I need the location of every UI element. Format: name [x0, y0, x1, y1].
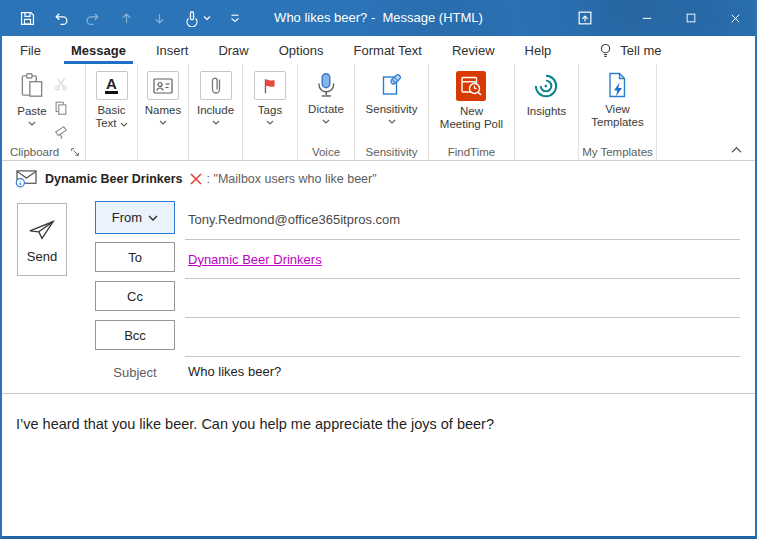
save-button[interactable]	[18, 9, 36, 27]
send-plane-icon	[26, 216, 58, 242]
new-meeting-poll-button[interactable]: New Meeting Poll	[440, 69, 503, 144]
tab-draw[interactable]: Draw	[203, 36, 263, 64]
insights-button[interactable]: Insights	[527, 69, 567, 144]
chevron-down-icon	[148, 215, 158, 221]
paperclip-icon	[200, 71, 232, 100]
clipboard-dialog-launcher-button[interactable]	[70, 147, 80, 157]
tags-button[interactable]: Tags	[254, 69, 286, 144]
window-controls	[563, 0, 757, 36]
minimize-icon	[640, 11, 654, 25]
from-address-field[interactable]: Tony.Redmond@office365itpros.com	[185, 200, 740, 240]
scissors-icon	[53, 76, 69, 92]
sensitivity-label-icon	[378, 71, 406, 99]
tab-message[interactable]: Message	[56, 36, 141, 64]
subject-field[interactable]: Who likes beer?	[188, 364, 740, 379]
subject-label: Subject	[95, 365, 175, 380]
arrow-up-icon	[119, 11, 134, 26]
arrow-down-icon	[152, 11, 167, 26]
chevron-down-icon	[388, 119, 396, 124]
template-document-icon	[604, 71, 630, 99]
bcc-recipients-field[interactable]	[185, 318, 740, 357]
close-button[interactable]	[713, 0, 757, 36]
view-templates-button[interactable]: View Templates	[591, 69, 643, 144]
dictate-button[interactable]: Dictate	[308, 69, 344, 144]
close-icon	[728, 11, 743, 26]
copy-button[interactable]	[52, 99, 70, 117]
include-button[interactable]: Include	[197, 69, 234, 144]
group-label-my-templates: My Templates	[579, 146, 656, 158]
to-button[interactable]: To	[95, 242, 175, 272]
chevron-down-icon	[159, 120, 167, 125]
ribbon-display-options-button[interactable]	[563, 0, 607, 36]
chevron-down-icon	[266, 120, 274, 125]
to-recipient-link[interactable]: Dynamic Beer Drinkers	[188, 252, 322, 267]
copy-icon	[53, 100, 69, 116]
paste-button[interactable]: Paste	[17, 69, 47, 144]
tell-me-search[interactable]: Tell me	[588, 36, 671, 64]
ribbon-group-insights: Insights	[515, 64, 579, 160]
message-body-editor[interactable]: I’ve heard that you like beer. Can you h…	[2, 393, 755, 536]
format-painter-icon	[53, 124, 69, 140]
ribbon-group-clipboard: Paste Clipboard	[2, 64, 86, 160]
format-painter-button[interactable]	[52, 123, 70, 141]
redo-button[interactable]	[84, 9, 102, 27]
group-label-voice: Voice	[298, 146, 354, 158]
remove-recipient-button[interactable]	[190, 173, 202, 185]
chevron-down-icon	[322, 119, 330, 124]
window-title: Who likes beer? - Message (HTML)	[274, 0, 483, 36]
to-recipients-field[interactable]: Dynamic Beer Drinkers	[185, 240, 740, 279]
ribbon-group-include: Include	[189, 64, 243, 160]
move-up-button[interactable]	[117, 9, 135, 27]
group-label-sensitivity: Sensitivity	[355, 146, 428, 158]
distribution-list-description: : "Mailbox users who like beer"	[207, 172, 377, 186]
undo-button[interactable]	[51, 9, 69, 27]
cc-recipients-field[interactable]	[185, 279, 740, 318]
ribbon-tab-bar: File Message Insert Draw Options Format …	[2, 36, 755, 64]
ribbon-group-sensitivity: Sensitivity Sensitivity	[355, 64, 429, 160]
contact-card-icon	[147, 71, 179, 100]
tab-file[interactable]: File	[2, 36, 56, 64]
move-down-button[interactable]	[150, 9, 168, 27]
ribbon-group-voice: Dictate Voice	[298, 64, 355, 160]
ribbon-group-names: Names	[138, 64, 189, 160]
minimize-button[interactable]	[625, 0, 669, 36]
tab-insert[interactable]: Insert	[141, 36, 204, 64]
from-button[interactable]: From	[95, 201, 175, 234]
cc-button[interactable]: Cc	[95, 281, 175, 311]
paste-clipboard-icon	[17, 71, 47, 101]
recipient-info-bar: Dynamic Beer Drinkers : "Mailbox users w…	[2, 162, 755, 195]
chevron-up-icon	[730, 145, 743, 154]
distribution-list-name: Dynamic Beer Drinkers	[45, 172, 183, 186]
message-header: Send From Tony.Redmond@office365itpros.c…	[2, 195, 755, 393]
meeting-poll-calendar-icon	[456, 71, 486, 101]
ribbon-tail-spacer	[657, 64, 755, 160]
message-body-text: I’ve heard that you like beer. Can you h…	[16, 414, 741, 434]
cut-button[interactable]	[52, 75, 70, 93]
touch-mouse-mode-button[interactable]	[183, 9, 211, 27]
names-button[interactable]: Names	[145, 69, 181, 144]
ribbon-group-basic-text: A Basic Text	[86, 64, 138, 160]
redo-icon	[85, 10, 102, 27]
chevron-down-icon	[203, 15, 211, 21]
collapse-ribbon-button[interactable]	[730, 145, 743, 154]
ribbon-group-my-templates: View Templates My Templates	[579, 64, 657, 160]
customize-quick-access-button[interactable]	[226, 9, 244, 27]
quick-access-toolbar	[0, 9, 244, 27]
chevron-down-icon	[28, 121, 36, 126]
ribbon: Paste Clipboard	[2, 64, 755, 161]
basic-text-button[interactable]: A Basic Text	[95, 69, 127, 144]
mail-info-icon	[15, 169, 38, 188]
tab-review[interactable]: Review	[437, 36, 510, 64]
more-commands-icon	[228, 11, 242, 25]
tab-format-text[interactable]: Format Text	[339, 36, 437, 64]
sensitivity-button[interactable]: Sensitivity	[366, 69, 418, 144]
tab-options[interactable]: Options	[264, 36, 339, 64]
tab-help[interactable]: Help	[510, 36, 567, 64]
save-icon	[19, 10, 36, 27]
undo-icon	[52, 10, 69, 27]
bcc-button[interactable]: Bcc	[95, 320, 175, 350]
maximize-icon	[684, 11, 698, 25]
send-button[interactable]: Send	[17, 203, 67, 276]
ribbon-group-tags: Tags	[243, 64, 298, 160]
maximize-button[interactable]	[669, 0, 713, 36]
